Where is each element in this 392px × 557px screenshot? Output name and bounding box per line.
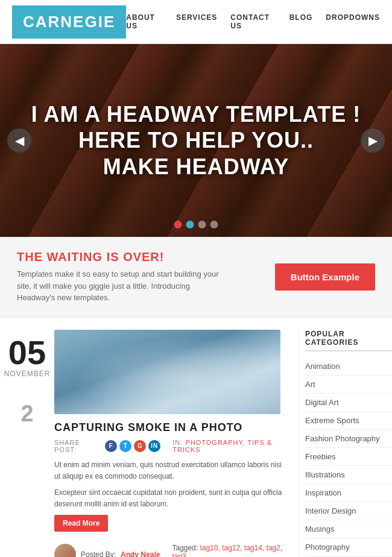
sidebar: POPULAR CATEGORIES Animation Art Digital…	[299, 330, 392, 558]
promo-body: Templates make it so easy to setup and s…	[17, 268, 222, 304]
promo-heading: THE WAITING IS OVER!	[17, 250, 222, 264]
sidebar-item-photography[interactable]: Photography	[305, 538, 392, 556]
promo-button[interactable]: Button Example	[275, 263, 375, 291]
promo-bar: THE WAITING IS OVER! Templates make it s…	[0, 237, 392, 318]
hero-line3: MAKE HEADWAY	[31, 154, 361, 180]
share-linkedin-icon[interactable]: in	[148, 440, 160, 452]
promo-text: THE WAITING IS OVER! Templates make it s…	[17, 250, 222, 304]
posted-by-label: Posted By:	[81, 550, 116, 557]
article-para-1: Ut enim ad minim veniam, quis nostrud ex…	[54, 459, 288, 482]
article-index: 2	[21, 401, 33, 427]
article-body: Ut enim ad minim veniam, quis nostrud ex…	[54, 459, 288, 511]
hero-prev-button[interactable]: ◀	[7, 128, 31, 153]
nav-blog[interactable]: BLOG	[289, 13, 313, 30]
sidebar-item-musings[interactable]: Musings	[305, 520, 392, 538]
share-facebook-icon[interactable]: f	[105, 440, 117, 452]
article-image-inner	[54, 330, 280, 414]
tag-3[interactable]: tag3	[172, 552, 186, 557]
hero-line1: I AM A HEADWAY TEMPLATE !	[31, 101, 361, 127]
sidebar-item-inspiration[interactable]: Inspiration	[305, 484, 392, 502]
sidebar-item-digital-art[interactable]: Digital Art	[305, 394, 392, 412]
sidebar-item-art[interactable]: Art	[305, 376, 392, 394]
sidebar-item-fashion-photography[interactable]: Fashion Photography	[305, 430, 392, 448]
date-column: 05 NOVEMBER 2	[0, 330, 54, 558]
article-para-2: Excepteur sint occaecat cupidatat non pr…	[54, 487, 288, 510]
nav-about[interactable]: ABOUT US	[126, 13, 163, 30]
posted-by: Posted By: Andy Neale	[54, 544, 160, 557]
nav-dropdowns[interactable]: DROPDOWNS	[326, 13, 380, 30]
hero-slider: I AM A HEADWAY TEMPLATE ! HERE TO HELP Y…	[0, 44, 392, 237]
tag-2[interactable]: tag2	[267, 544, 280, 552]
article-category-link[interactable]: Photography, Tips & Tricks	[172, 439, 272, 453]
hero-text: I AM A HEADWAY TEMPLATE ! HERE TO HELP Y…	[31, 101, 361, 180]
nav-services[interactable]: SERVICES	[176, 13, 217, 30]
hero-dot-2[interactable]	[186, 221, 194, 228]
article-date-day: 05	[8, 336, 46, 370]
sidebar-item-illustrations[interactable]: Illustrations	[305, 466, 392, 484]
hero-line2: HERE TO HELP YOU..	[31, 127, 361, 153]
sidebar-item-animation[interactable]: Animation	[305, 357, 392, 376]
read-more-button[interactable]: Read More	[54, 515, 108, 532]
logo[interactable]: CARNEGIE	[12, 5, 126, 39]
promo-heading-before: THE WAITING IS	[17, 250, 123, 263]
sidebar-item-extreme-sports[interactable]: Extreme Sports	[305, 412, 392, 430]
header: CARNEGIE ABOUT US SERVICES CONTACT US BL…	[0, 0, 392, 44]
tag-10[interactable]: tag10	[200, 544, 218, 552]
share-icons: f t g in	[105, 440, 160, 452]
hero-next-button[interactable]: ▶	[361, 128, 385, 153]
article-category: In: Photography, Tips & Tricks	[172, 439, 288, 453]
hero-dots	[174, 221, 218, 228]
sidebar-item-interior-design[interactable]: Interior Design	[305, 502, 392, 520]
share-twitter-icon[interactable]: t	[119, 440, 131, 452]
hero-dot-4[interactable]	[210, 221, 218, 228]
nav: ABOUT US SERVICES CONTACT US BLOG DROPDO…	[126, 13, 380, 30]
hero-background: I AM A HEADWAY TEMPLATE ! HERE TO HELP Y…	[0, 44, 392, 237]
article-meta: SHARE POST: f t g in In: Photography, Ti…	[54, 439, 288, 453]
author-link[interactable]: Andy Neale	[121, 550, 160, 557]
hero-dot-3[interactable]	[198, 221, 206, 228]
tag-12[interactable]: tag12	[222, 544, 240, 552]
share-label: SHARE POST:	[54, 439, 99, 453]
article-date-month: NOVEMBER	[4, 370, 51, 378]
sidebar-item-freebies[interactable]: Freebies	[305, 448, 392, 466]
main-content: 05 NOVEMBER 2 CAPTURING SMOKE IN A PHOTO…	[0, 318, 392, 558]
article-title: CAPTURING SMOKE IN A PHOTO	[54, 421, 288, 434]
promo-heading-highlight: OVER!	[123, 250, 164, 263]
article-image	[54, 330, 280, 414]
sidebar-title: POPULAR CATEGORIES	[305, 330, 392, 351]
tag-14[interactable]: tag14	[244, 544, 262, 552]
posted-tagged-row: Posted By: Andy Neale Tagged: tag10, tag…	[54, 544, 288, 557]
hero-dot-1[interactable]	[174, 221, 182, 228]
article-column: CAPTURING SMOKE IN A PHOTO SHARE POST: f…	[54, 330, 294, 558]
nav-contact[interactable]: CONTACT US	[230, 13, 276, 30]
tagged-section: Tagged: tag10, tag12, tag14, tag2, tag3	[172, 544, 282, 557]
share-google-icon[interactable]: g	[134, 440, 146, 452]
tagged-label: Tagged:	[172, 544, 198, 552]
author-avatar	[54, 544, 76, 557]
